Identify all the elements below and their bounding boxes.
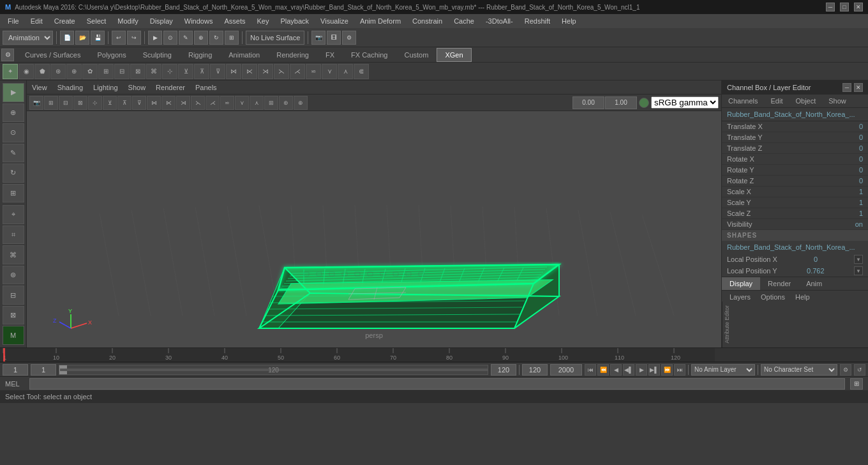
vp-shadows-btn[interactable]: ⋊ [176,96,190,110]
xgen-icon-16[interactable]: ⋉ [242,64,257,79]
soft-select-btn[interactable]: ⊛ [3,266,24,285]
mode-select[interactable]: Animation [3,31,53,45]
vp-menu-view[interactable]: View [29,82,50,93]
quick-select-btn[interactable]: ⊠ [3,306,24,325]
ipr-btn[interactable]: 🎞 [327,31,341,45]
xgen-icon-5[interactable]: ⊕ [66,64,82,79]
end-frame-input[interactable] [491,364,516,376]
menu-visualize[interactable]: Visualize [315,16,354,26]
vp-texture-btn[interactable]: ⋈ [147,96,161,110]
menu-file[interactable]: File [3,16,24,26]
step-back-btn[interactable]: ◀ [610,364,622,376]
rotate-btn[interactable]: ↻ [209,31,223,45]
menu-select[interactable]: Select [82,16,112,26]
menu-edit[interactable]: Edit [26,16,48,26]
xgen-icon-1[interactable]: ✦ [3,64,18,79]
render-btn[interactable]: 📷 [311,31,326,45]
go-to-start-btn[interactable]: ⏮ [585,364,596,376]
mel-command-input[interactable] [29,378,845,390]
max-frame-input[interactable] [550,364,582,376]
local-pos-y-expand[interactable]: ▼ [854,266,863,275]
step-forward-btn[interactable]: ▶▌ [648,364,660,376]
vp-field-chart-btn[interactable]: ⊠ [73,96,87,110]
ry-value[interactable]: 0 [837,166,863,174]
minimize-button[interactable]: ─ [826,3,835,11]
vp-menu-lighting[interactable]: Lighting [91,82,121,93]
vp-lights-btn[interactable]: ⋉ [161,96,176,110]
vp-hud-btn[interactable]: ⋏ [250,96,264,110]
vp-menu-renderer[interactable]: Renderer [153,82,188,93]
vp-film-gate-btn[interactable]: ⊞ [44,96,58,110]
cb-tab-object[interactable]: Object [789,95,822,107]
layers-stab-help[interactable]: Help [790,292,815,301]
save-scene-btn[interactable]: 💾 [91,31,105,45]
undo-btn[interactable]: ↩ [112,31,126,45]
select-tool-btn[interactable]: ▶ [3,83,24,102]
local-pos-y-value[interactable]: 0.762 [807,267,825,275]
menu-playback[interactable]: Playback [275,16,314,26]
vp-grid-btn[interactable]: ⊞ [264,96,278,110]
cb-tab-channels[interactable]: Channels [722,95,764,107]
cb-tab-edit[interactable]: Edit [764,95,789,107]
cb-minimize-btn[interactable]: ─ [842,83,851,92]
vp-safe-action-btn[interactable]: ⊻ [103,96,117,110]
symmetry-btn[interactable]: ⊟ [3,286,24,305]
lasso-btn[interactable]: ⊙ [163,31,177,45]
vp-wireframe-btn[interactable]: ⊼ [117,96,131,110]
xgen-icon-12[interactable]: ⊻ [178,64,193,79]
rotate-tool-btn[interactable]: ↻ [3,164,24,183]
anim-layer-select[interactable]: No Anim Layer [691,364,755,376]
xgen-icon-9[interactable]: ⊠ [130,64,146,79]
start-frame-input[interactable] [3,364,28,376]
xgen-icon-17[interactable]: ⋊ [258,64,273,79]
vp-motion-blur-btn[interactable]: ⋎ [235,96,249,110]
tab-custom[interactable]: Custom [396,48,437,62]
vp-anti-alias-btn[interactable]: ⋌ [206,96,220,110]
menu-key[interactable]: Key [251,16,274,26]
layers-stab-layers[interactable]: Layers [724,292,756,301]
cb-tab-show[interactable]: Show [822,95,853,107]
ty-value[interactable]: 0 [837,133,863,141]
xgen-icon-22[interactable]: ⋏ [338,64,353,79]
snap-grid-btn[interactable]: ⌖ [3,205,24,224]
xgen-icon-20[interactable]: ⋍ [306,64,321,79]
tab-rendering[interactable]: Rendering [268,48,317,62]
paint-btn[interactable]: ✎ [179,31,193,45]
snap-curve-btn[interactable]: ⌗ [3,225,24,245]
next-key-btn[interactable]: ⏩ [661,364,673,376]
local-pos-x-expand[interactable]: ▼ [854,255,863,264]
time-range-slider[interactable]: 120 [59,365,488,375]
maximize-button[interactable]: □ [840,3,849,11]
vp-safe-title-btn[interactable]: ⊹ [88,96,102,110]
menu-3dtoall[interactable]: -3DtoAll- [481,16,518,26]
vp-xray-btn[interactable]: ⊛ [279,96,293,110]
tab-fx[interactable]: FX [317,48,343,62]
play-back-btn[interactable]: ◀▌ [623,364,634,376]
open-scene-btn[interactable]: 📂 [75,31,89,45]
scale-btn[interactable]: ⊞ [225,31,239,45]
xgen-icon-13[interactable]: ⊼ [194,64,209,79]
move-btn[interactable]: ⊕ [194,31,208,45]
gamma-input[interactable] [605,96,637,109]
dra-tab-display[interactable]: Display [722,277,760,290]
prev-key-btn[interactable]: ⏪ [597,364,609,376]
tab-polygons[interactable]: Polygons [89,48,134,62]
tz-value[interactable]: 0 [837,144,863,152]
vp-menu-panels[interactable]: Panels [193,82,220,93]
xgen-icon-10[interactable]: ⌘ [146,64,161,79]
close-button[interactable]: ✕ [854,3,863,11]
dra-tab-anim[interactable]: Anim [798,277,830,290]
vp-smooth-shade-btn[interactable]: ⊽ [132,96,146,110]
xgen-icon-3[interactable]: ⬟ [34,64,50,79]
tab-fx-caching[interactable]: FX Caching [343,48,396,62]
render-region-btn[interactable]: M [3,326,24,345]
select-btn[interactable]: ▶ [148,31,162,45]
playback-speed-input[interactable] [522,364,548,376]
scale-tool-btn[interactable]: ⊞ [3,184,24,203]
menu-display[interactable]: Display [145,16,178,26]
redo-btn[interactable]: ↪ [127,31,141,45]
workflow-settings-btn[interactable]: ⚙ [1,49,14,61]
vp-xray-joints-btn[interactable]: ⊕ [294,96,308,110]
menu-modify[interactable]: Modify [112,16,143,26]
xgen-icon-6[interactable]: ✿ [82,64,98,79]
